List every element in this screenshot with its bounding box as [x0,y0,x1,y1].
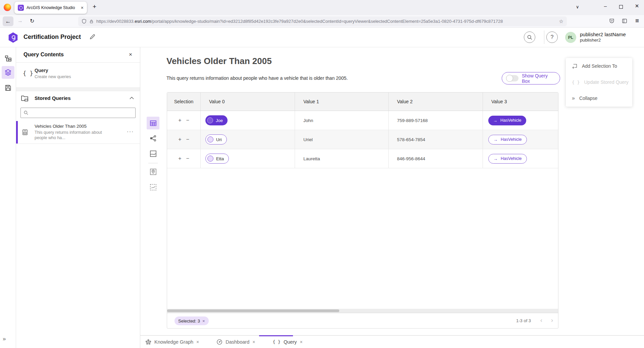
tab-query[interactable]: { } Query × [267,336,307,348]
forward-button[interactable]: → [17,18,23,24]
results-table: Selection Value 0 Value 1 Value 2 Value … [167,92,558,329]
remove-from-selection-icon[interactable]: − [186,136,189,142]
stored-queries-header[interactable]: Stored Queries [16,91,140,106]
entity-pill[interactable]: Etta [205,154,229,164]
braces-icon: { } [23,70,33,77]
browser-tab-strip: ArcGIS Knowledge Studio × + ∨ – ✕ [0,0,644,15]
add-to-selection-icon[interactable]: + [178,117,181,123]
dashboard-icon [216,339,222,345]
arrow-right-icon: → [493,118,497,123]
tab-close-icon[interactable]: × [81,5,84,10]
table-row[interactable]: + − Uri Uriel 578-654-7854 → HasVehicle [167,130,558,149]
selection-context-menu: Add Selection To { } Update Stored Query… [566,58,632,107]
bookmark-star-icon[interactable]: ☆ [559,18,563,24]
selection-tools-button[interactable] [147,181,159,193]
table-header-row: Selection Value 0 Value 1 Value 2 Value … [167,93,558,111]
stored-query-title: Vehicles Older Than 2005 [35,124,87,129]
window-maximize-icon[interactable] [619,5,623,9]
entity-icon [207,136,213,142]
table-view-button[interactable] [147,117,159,129]
view-tabs-bar: Knowledge Graph × Dashboard × { } Query … [140,335,644,348]
main-content: Vehicles Older Than 2005 This query retu… [140,47,644,348]
panel-close-icon[interactable]: × [129,51,132,58]
app-header: Certification Project ? PL publisher2 la… [0,27,644,47]
stored-query-description: This query returns information about peo… [35,130,113,140]
close-tab-icon[interactable]: × [252,339,255,345]
remove-from-selection-icon[interactable]: − [186,117,189,123]
user-avatar[interactable]: PL [565,32,576,43]
arrow-right-icon: → [493,156,498,161]
query-item[interactable]: { } Query Create new queries [16,63,140,88]
stored-query-list-item[interactable]: Vehicles Older Than 2005 This query retu… [16,121,140,144]
next-page-icon[interactable]: › [551,317,553,324]
entity-pill[interactable]: Joe [205,115,228,125]
close-tab-icon[interactable]: × [300,339,302,345]
data-model-button[interactable] [2,52,14,65]
tab-list-chevron-icon[interactable]: ∨ [576,4,579,9]
add-to-selection-icon[interactable]: + [178,136,181,142]
remove-from-selection-icon[interactable]: − [186,156,189,162]
edit-title-icon[interactable] [89,34,96,40]
cell-value1: Uriel [295,130,389,149]
panel-header: Query Contents × [16,47,140,63]
entity-pill[interactable]: Uri [205,134,227,144]
braces-icon: { } [572,80,580,85]
window-minimize-icon[interactable]: – [601,3,610,9]
menu-item-add-selection-to[interactable]: Add Selection To [566,58,632,74]
horizontal-scrollbar[interactable] [167,309,558,313]
save-button[interactable] [2,81,14,94]
link-chart-button[interactable] [147,132,159,144]
selected-count-chip[interactable]: Selected: 3 × [175,316,209,325]
back-button[interactable]: ← [3,16,13,26]
search-button[interactable] [524,32,535,43]
cell-value1: John [295,111,389,130]
scrollbar-thumb[interactable] [167,309,339,312]
menu-item-collapse[interactable]: » Collapse [566,90,632,106]
user-name: publisher2 lastName [580,32,626,37]
toggle-track[interactable] [506,75,518,81]
sidebar-icon[interactable] [622,18,627,23]
stored-query-icon [22,129,28,135]
header-divider [544,31,544,44]
project-title: Certification Project [23,34,81,41]
entity-icon [207,117,213,123]
new-tab-icon[interactable]: + [93,3,96,10]
layers-button[interactable] [2,66,14,79]
stored-queries-search[interactable] [20,108,136,118]
browser-navbar: ← → ↻ https://dev0028833.esri.com/portal… [0,15,644,27]
relationship-pill[interactable]: → HasVehicle [488,135,527,144]
menu-item-update-stored-query[interactable]: { } Update Stored Query [566,74,632,90]
show-query-box-toggle[interactable]: Show Query Box [502,72,560,84]
user-username: publisher2 [580,38,601,43]
column-header-value3: Value 3 [483,93,558,111]
lock-icon[interactable] [89,19,94,24]
tracking-shield-icon[interactable] [82,19,87,24]
new-map-button[interactable] [147,165,159,178]
window-close-icon[interactable]: ✕ [633,3,641,9]
clear-selection-icon[interactable]: × [202,318,205,324]
table-row[interactable]: + − Joe John 759-889-57168 → HasVehicle [167,111,558,130]
relationship-pill[interactable]: → HasVehicle [488,116,526,125]
add-to-selection-icon[interactable]: + [178,156,181,162]
browser-tab[interactable]: ArcGIS Knowledge Studio × [14,2,87,14]
previous-page-icon[interactable]: ‹ [540,317,542,324]
pocket-icon[interactable] [609,18,614,23]
tab-knowledge-graph[interactable]: Knowledge Graph × [140,336,204,348]
url-bar[interactable]: https://dev0028833.esri.com/portal/apps/… [78,16,567,26]
table-row[interactable]: + − Etta Lauretta 846-956-8644 → HasVehi… [167,149,558,168]
chevron-up-icon[interactable] [130,97,134,100]
expand-rail-icon[interactable]: » [3,336,6,342]
search-icon [23,110,29,115]
relationship-pill[interactable]: → HasVehicle [488,154,527,164]
item-options-icon[interactable]: ··· [127,128,134,134]
help-button[interactable]: ? [546,32,558,43]
close-tab-icon[interactable]: × [196,339,199,345]
arrow-right-icon: → [493,137,498,142]
stored-queries-search-input[interactable] [31,110,133,115]
tab-dashboard[interactable]: Dashboard × [211,336,260,348]
reload-button[interactable]: ↻ [30,18,34,24]
map-view-button[interactable] [147,147,159,160]
column-header-value1: Value 1 [295,93,389,111]
firefox-icon[interactable] [4,4,11,11]
hamburger-menu-icon[interactable]: ≡ [635,17,639,24]
